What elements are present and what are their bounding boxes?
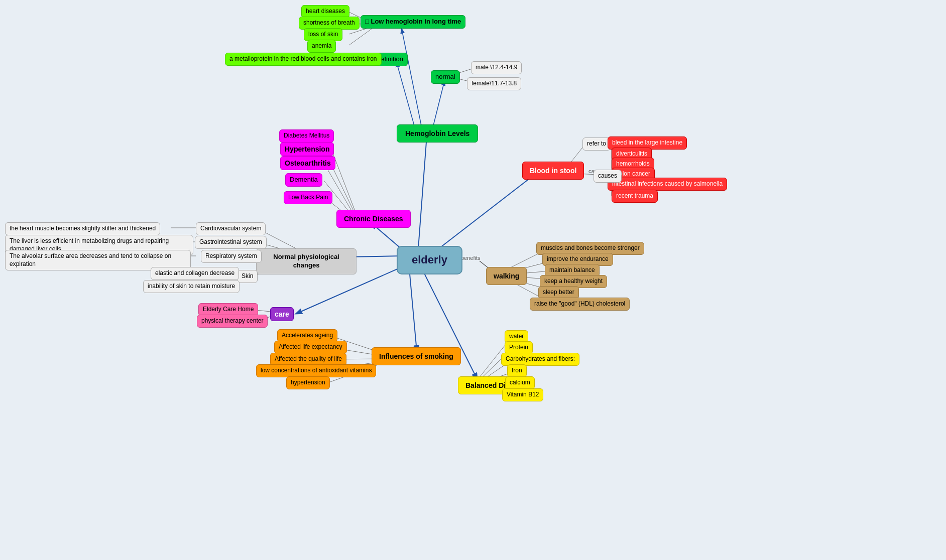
chronic-diseases-node: Chronic Diseases <box>336 210 411 228</box>
iron-node: Iron <box>507 364 527 377</box>
svg-line-4 <box>409 268 417 351</box>
osteoarthritis-node: Osteoarthritis <box>280 156 335 170</box>
svg-line-10 <box>433 81 444 127</box>
walking-node: walking <box>486 267 527 285</box>
affected-life-node: Affected life expectancy <box>274 341 347 354</box>
normal-physio-node: Normal physiological changes <box>256 248 357 274</box>
gastrointestinal-node: Gastrointestinal system <box>195 236 267 249</box>
elastic-collagen-node: elastic and collagen decrease <box>151 267 239 280</box>
hypertension-node: Hypertension <box>280 142 334 156</box>
vitamin-b12-node: Vitamin B12 <box>502 388 543 401</box>
dementia-node: Dementia <box>285 173 322 187</box>
calcium-node: calcium <box>505 376 535 389</box>
center-node: elderly <box>397 246 462 274</box>
low-hemoglobin-node: □ Low hemoglobin in long time <box>361 15 465 29</box>
causes-node: causes <box>594 170 622 183</box>
male-val-node: male \12.4-14.9 <box>471 61 522 74</box>
svg-line-14 <box>349 27 374 45</box>
low-antioxidant-node: low concentrations of antioxidant vitami… <box>256 364 376 377</box>
carbohydrates-node: Carbohydrates and fibers: <box>501 353 579 366</box>
hypertension2-node: hypertension <box>286 376 330 389</box>
heart-diseases-node: heart diseases <box>301 5 349 18</box>
svg-line-9 <box>397 63 415 127</box>
hemoglobin-levels-node: Hemoglobin Levels <box>397 124 478 143</box>
influences-smoking-node: Influences of smoking <box>372 347 461 365</box>
low-back-pain-node: Low Back Pain <box>284 191 332 204</box>
intestinal-infections-node: intestinal infections caused by salmonel… <box>608 178 727 191</box>
female-val-node: female\11.7-13.8 <box>467 77 521 90</box>
skin-moisture-node: inability of skin to retain moisture <box>143 280 240 293</box>
blood-stool-node: Blood in stool <box>522 162 584 180</box>
recent-trauma-node: recent trauma <box>612 190 658 203</box>
center-label: elderly <box>412 253 447 266</box>
svg-line-20 <box>324 163 354 216</box>
sleep-better-node: sleep better <box>538 286 579 299</box>
anemia-node: anemia <box>307 40 336 53</box>
cardiovascular-node: Cardiovascular system <box>196 222 266 235</box>
benefits-label: benefits <box>461 255 481 261</box>
svg-line-6 <box>429 171 540 256</box>
svg-line-0 <box>418 135 427 255</box>
heart-stiff-node: the heart muscle becomes slightly stiffe… <box>5 222 160 235</box>
shortness-breath-node: shortness of breath <box>299 17 360 30</box>
raise-cholesterol-node: raise the "good" (HDL) cholesterol <box>530 298 630 311</box>
loss-skin-node: loss of skin <box>304 28 342 41</box>
metalloprotein-node: a metalloprotein in the red blood cells … <box>225 53 382 66</box>
affected-quality-node: Affected the quality of life <box>270 353 346 366</box>
respiratory-node: Respiratory system <box>201 250 262 263</box>
physical-therapy-node: physical therapy center <box>197 315 268 328</box>
elderly-care-home-node: Elderly Care Home <box>198 303 258 316</box>
protein-node: Protein <box>505 341 533 354</box>
accelerates-ageing-node: Accelerates ageing <box>277 329 337 342</box>
normal-node: normal <box>431 70 460 84</box>
skin-node: Skin <box>237 270 258 283</box>
refer-to-node: refer to <box>582 137 611 151</box>
svg-line-8 <box>402 29 422 128</box>
diabetes-node: Diabetes Mellitus <box>279 129 334 143</box>
care-node: care <box>270 307 294 321</box>
